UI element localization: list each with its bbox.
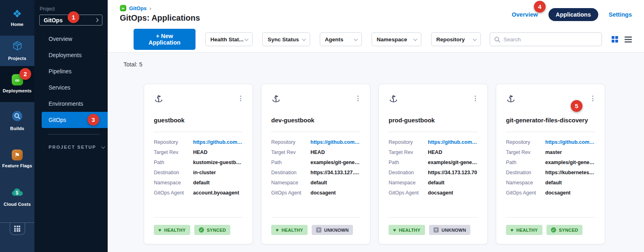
repository-link[interactable]: https://github.com/m... (428, 139, 478, 145)
project-setup-toggle[interactable]: PROJECT SETUP (49, 145, 108, 149)
filter-toolbar: + New Application Health Stat... Sync St… (108, 26, 644, 53)
detail-row: Namespacedefault (506, 180, 595, 186)
rail-item-home[interactable]: ❖ Home (0, 0, 34, 36)
rail-item-projects[interactable]: Projects (0, 36, 34, 66)
detail-row: Destinationin-cluster (154, 170, 243, 175)
module-grid-button[interactable] (10, 223, 25, 235)
detail-row: Pathexamples/git-genera... (506, 160, 595, 165)
kebab-menu-icon[interactable] (591, 94, 595, 103)
header-tabs: Overview Applications Settings (512, 8, 632, 21)
filter-repository[interactable]: Repository (431, 32, 481, 46)
sidebar-item-environments[interactable]: Environments (34, 96, 108, 112)
view-toggle (612, 36, 632, 43)
tab-overview[interactable]: Overview (512, 11, 538, 18)
annotation-badge-3: 3 (87, 114, 99, 126)
argo-app-icon (389, 94, 398, 105)
detail-row: Namespacedefault (271, 180, 360, 186)
applications-content: Total: 5 guestbook (108, 53, 644, 252)
detail-row: GitOps Agentdocsagent (271, 190, 360, 196)
rail-item-label: Feature Flags (2, 163, 32, 169)
detail-row: Pathkustomize-guestbook (154, 160, 243, 165)
application-card[interactable]: dev-guestbook Repositoryhttps://github.c… (261, 84, 370, 244)
detail-row: Namespacedefault (154, 180, 243, 186)
breadcrumb-separator: › (149, 5, 151, 11)
search-input[interactable] (504, 36, 597, 43)
detail-row: Repositoryhttps://github.com/a... (154, 139, 243, 145)
sync-status-badge: ✓?SYNCED (546, 225, 583, 235)
application-card[interactable]: guestbook Repositoryhttps://github.com/a… (144, 84, 253, 244)
gitops-icon: ∞ (120, 5, 126, 11)
application-card[interactable]: prod-guestbook Repositoryhttps://github.… (378, 84, 488, 244)
search-box[interactable] (490, 32, 602, 46)
rail-bottom-section (0, 222, 34, 252)
rail-item-cloud-costs[interactable]: $ Cloud Costs (0, 178, 34, 216)
application-name[interactable]: dev-guestbook (271, 117, 360, 124)
app-root: ❖ Home Projects ∞ Deployments Bu (0, 0, 644, 252)
chevron-right-icon (95, 18, 99, 22)
detail-row: GitOps Agentdocsagent (506, 190, 595, 196)
project-sidebar: Project GitOps Overview Deployments Pipe… (34, 0, 108, 252)
application-name[interactable]: git-generator-files-discovery (506, 117, 595, 124)
sidebar-item-pipelines[interactable]: Pipelines (34, 63, 108, 79)
filter-sync-status[interactable]: Sync Status (262, 32, 310, 46)
filter-namespace[interactable]: Namespace (372, 32, 421, 46)
application-name[interactable]: prod-guestbook (389, 117, 478, 124)
new-application-button[interactable]: + New Application (134, 29, 196, 50)
annotation-badge-2: 2 (19, 68, 31, 80)
rail-item-builds[interactable]: Builds (0, 102, 34, 140)
application-cards: guestbook Repositoryhttps://github.com/a… (144, 84, 605, 244)
sync-status-badge: ✓?UNKNOWN (429, 225, 471, 235)
kebab-menu-icon[interactable] (356, 94, 360, 103)
sidebar-item-overview[interactable]: Overview (34, 31, 108, 47)
rail-item-label: Deployments (3, 88, 32, 94)
rail-item-label: Projects (8, 56, 26, 61)
chevron-down-icon (302, 37, 306, 41)
health-status-badge: ♥HEALTHY (389, 225, 425, 235)
grid-view-icon[interactable] (612, 36, 618, 43)
application-card[interactable]: git-generator-files-discovery Repository… (496, 84, 605, 244)
sidebar-item-services[interactable]: Services (34, 79, 108, 96)
kebab-menu-icon[interactable] (238, 94, 243, 103)
question-icon: ? (316, 227, 321, 233)
chevron-down-icon (473, 37, 477, 41)
rail-item-label: Builds (10, 126, 24, 131)
builds-icon (12, 111, 23, 123)
repository-link[interactable]: https://github.com/m... (310, 139, 360, 145)
project-menu: Overview Deployments Pipelines Services … (34, 31, 108, 128)
rail-item-label: Home (11, 22, 23, 27)
detail-row: Repositoryhttps://github.com/m... (506, 139, 595, 145)
filter-health-status[interactable]: Health Stat... (205, 32, 253, 46)
sidebar-divider (48, 134, 100, 135)
module-rail: ❖ Home Projects ∞ Deployments Bu (0, 0, 34, 252)
tab-settings[interactable]: Settings (609, 11, 632, 18)
tab-applications[interactable]: Applications (548, 8, 598, 21)
list-view-icon[interactable] (625, 36, 632, 43)
detail-row: Target Revmaster (506, 149, 595, 155)
detail-row: Pathexamples/git-genera... (389, 160, 478, 165)
repository-link[interactable]: https://github.com/a... (193, 139, 243, 145)
detail-row: Repositoryhttps://github.com/m... (389, 139, 478, 145)
search-icon (494, 36, 500, 43)
application-name[interactable]: guestbook (154, 117, 243, 124)
kebab-menu-icon[interactable] (473, 94, 478, 103)
total-count: Total: 5 (123, 61, 644, 68)
filter-agents[interactable]: Agents (320, 32, 362, 46)
sync-status-badge: ✓?SYNCED (194, 225, 231, 235)
argo-app-icon (506, 94, 516, 105)
breadcrumb-link[interactable]: GitOps (129, 5, 147, 11)
sidebar-item-deployments[interactable]: Deployments (34, 47, 108, 63)
repository-link[interactable]: https://github.com/m... (545, 139, 595, 145)
rail-item-label: Cloud Costs (4, 202, 31, 207)
detail-row: Destinationhttps://kubernetes.d... (506, 170, 595, 175)
feature-flags-icon: ⚑ (12, 149, 23, 160)
detail-row: Destinationhttps://34.173.123.70 (389, 170, 478, 175)
health-status-badge: ♥HEALTHY (506, 225, 542, 235)
project-selector-value: GitOps (44, 17, 63, 23)
svg-text:$: $ (15, 190, 18, 196)
annotation-badge-5: 5 (571, 100, 582, 112)
rail-item-feature-flags[interactable]: ⚑ Feature Flags (0, 140, 34, 178)
detail-row: Destinationhttps://34.133.127.118 (271, 170, 360, 175)
detail-row: GitOps Agentaccount.byoaagent (154, 190, 243, 196)
detail-row: GitOps Agentdocsagent (389, 190, 478, 196)
annotation-badge-4: 4 (534, 1, 546, 13)
